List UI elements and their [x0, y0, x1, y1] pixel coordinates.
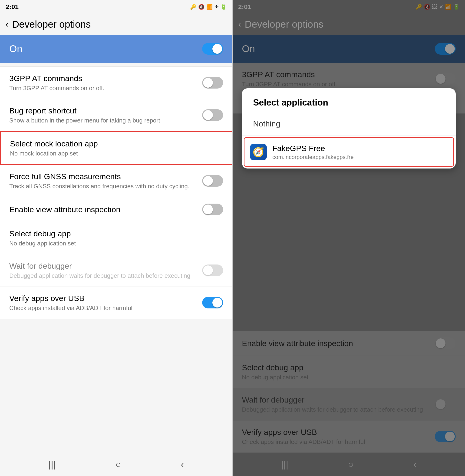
list-item[interactable]: Verify apps over USB Check apps installe…	[0, 286, 232, 319]
dialog-backdrop	[232, 0, 465, 476]
item-text: Enable view attribute inspection	[9, 204, 202, 214]
item-subtitle: No mock location app set	[10, 150, 222, 158]
airplane-icon: ✈	[214, 4, 219, 10]
right-panel: 2:01 🔑 🔇 🖼 ✕ 📶 🔋 ‹ Developer options On	[232, 0, 465, 476]
fakegps-icon: 🧭	[250, 144, 267, 160]
select-application-dialog: Select application Nothing 🧭 FakeGPS Fre…	[242, 88, 456, 169]
app-name: FakeGPS Free	[272, 144, 354, 153]
status-time-left: 2:01	[6, 3, 19, 11]
item-title: Bug report shortcut	[9, 106, 202, 116]
item-subtitle: Track all GNSS constellations and freque…	[9, 182, 202, 190]
wifi-icon: 📶	[206, 4, 213, 10]
item-text: Select mock location app No mock locatio…	[10, 138, 222, 158]
top-bar-left: ‹ Developer options	[0, 14, 232, 35]
toggle-bug-report-left[interactable]	[202, 109, 223, 121]
toggle-knob	[212, 298, 222, 307]
compass-icon: 🧭	[253, 147, 264, 158]
list-item[interactable]: Force full GNSS measurements Track all G…	[0, 165, 232, 197]
battery-icon: 🔋	[221, 4, 227, 10]
status-bar-left: 2:01 🔑 🔇 📶 ✈ 🔋	[0, 0, 232, 14]
toggle-knob	[203, 110, 213, 120]
nav-home-left[interactable]: ○	[116, 459, 121, 470]
select-mock-location-item[interactable]: Select mock location app No mock locatio…	[0, 131, 232, 165]
item-text: Force full GNSS measurements Track all G…	[9, 171, 202, 190]
right-content: 2:01 🔑 🔇 🖼 ✕ 📶 🔋 ‹ Developer options On	[232, 0, 465, 476]
toggle-knob	[203, 176, 213, 186]
item-title: Force full GNSS measurements	[9, 171, 202, 181]
list-item[interactable]: Select debug app No debug application se…	[0, 222, 232, 254]
nav-bar-left: ||| ○ ‹	[0, 453, 232, 476]
item-text: 3GPP AT commands Turn 3GPP AT commands o…	[9, 73, 202, 92]
status-icons-left: 🔑 🔇 📶 ✈ 🔋	[190, 4, 227, 10]
list-item[interactable]: 3GPP AT commands Turn 3GPP AT commands o…	[0, 67, 232, 99]
list-item[interactable]: Bug report shortcut Show a button in the…	[0, 99, 232, 131]
toggle-knob-left	[212, 44, 222, 54]
item-subtitle: Check apps installed via ADB/ADT for har…	[9, 304, 202, 312]
toggle-wait-debugger-left	[202, 264, 223, 276]
dialog-nothing-item[interactable]: Nothing	[242, 112, 456, 136]
nav-back-left[interactable]: ‹	[181, 459, 184, 470]
list-item: Wait for debugger Debugged application w…	[0, 254, 232, 286]
item-title: Select mock location app	[10, 138, 222, 149]
app-info: FakeGPS Free com.incorporateapps.fakegps…	[272, 144, 354, 160]
item-subtitle: No debug application set	[9, 240, 223, 248]
page-title-left: Developer options	[12, 19, 91, 30]
item-title: 3GPP AT commands	[9, 73, 202, 84]
toggle-view-attr-left[interactable]	[202, 204, 223, 215]
item-title: Enable view attribute inspection	[9, 204, 202, 214]
mute-icon: 🔇	[198, 4, 204, 10]
toggle-3gpp-left[interactable]	[202, 77, 223, 89]
back-button-left[interactable]: ‹	[6, 20, 8, 29]
dialog-title: Select application	[242, 88, 456, 112]
item-subtitle: Show a button in the power menu for taki…	[9, 117, 202, 125]
fakegps-item[interactable]: 🧭 FakeGPS Free com.incorporateapps.fakeg…	[244, 137, 454, 167]
item-text: Verify apps over USB Check apps installe…	[9, 293, 202, 312]
list-item[interactable]: Enable view attribute inspection	[0, 197, 232, 222]
nav-menu-left[interactable]: |||	[49, 459, 56, 470]
on-label-left: On	[9, 43, 22, 54]
key-icon: 🔑	[190, 4, 196, 10]
app-package: com.incorporateapps.fakegps.fre	[272, 154, 354, 160]
item-text: Select debug app No debug application se…	[9, 228, 223, 248]
toggle-knob	[203, 204, 213, 214]
toggle-gnss-left[interactable]	[202, 175, 223, 187]
toggle-knob	[203, 265, 213, 275]
developer-options-toggle-left[interactable]	[202, 43, 223, 55]
item-title: Verify apps over USB	[9, 293, 202, 303]
item-text: Wait for debugger Debugged application w…	[9, 261, 202, 280]
item-text: Bug report shortcut Show a button in the…	[9, 106, 202, 125]
item-subtitle: Turn 3GPP AT commands on or off.	[9, 84, 202, 92]
item-subtitle: Debugged application waits for debugger …	[9, 272, 202, 280]
item-title: Wait for debugger	[9, 261, 202, 271]
toggle-verify-apps-left[interactable]	[202, 297, 223, 308]
left-panel: 2:01 🔑 🔇 📶 ✈ 🔋 ‹ Developer options On 3G…	[0, 0, 232, 476]
item-title: Select debug app	[9, 228, 223, 239]
toggle-knob	[203, 78, 213, 88]
settings-list-left: 3GPP AT commands Turn 3GPP AT commands o…	[0, 63, 232, 453]
settings-section-left: 3GPP AT commands Turn 3GPP AT commands o…	[0, 66, 232, 319]
on-banner-left[interactable]: On	[0, 35, 232, 63]
